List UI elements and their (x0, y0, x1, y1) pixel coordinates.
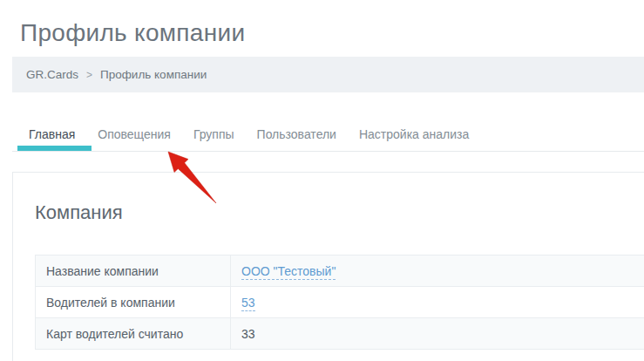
cards-read-value: 33 (241, 327, 255, 341)
table-row-drivers-count: Водителей в компании 53 (36, 287, 644, 318)
tab-notifications[interactable]: Оповещения (86, 123, 182, 146)
row-label-cards-read: Карт водителей считано (36, 318, 231, 350)
section-heading-company: Компания (35, 201, 123, 224)
breadcrumb-current-page: Профиль компании (100, 68, 207, 81)
tab-main[interactable]: Главная (17, 123, 86, 146)
company-panel: Компания Название компании ООО "Тестовый… (12, 172, 644, 361)
tab-groups[interactable]: Группы (182, 123, 246, 146)
row-value-cell: ООО "Тестовый" (231, 255, 644, 287)
page-title: Профиль компании (20, 19, 245, 47)
company-name-editable-link[interactable]: ООО "Тестовый" (241, 264, 336, 280)
drivers-count-editable-link[interactable]: 53 (241, 296, 255, 311)
tab-users[interactable]: Пользователи (246, 123, 348, 146)
row-label-drivers-count: Водителей в компании (36, 287, 231, 318)
breadcrumb: GR.Cards > Профиль компании (12, 57, 644, 92)
table-row-cards-read: Карт водителей считано 33 (36, 318, 644, 350)
tab-bar: Главная Оповещения Группы Пользователи Н… (17, 123, 480, 146)
row-label-company-name: Название компании (36, 255, 231, 287)
tab-analysis-settings[interactable]: Настройка анализа (348, 123, 480, 146)
table-row-company-name: Название компании ООО "Тестовый" (36, 255, 644, 287)
breadcrumb-link-grcards[interactable]: GR.Cards (26, 68, 78, 81)
row-value-cell: 33 (231, 318, 644, 350)
breadcrumb-separator: > (86, 69, 92, 81)
company-info-table: Название компании ООО "Тестовый" Водител… (35, 255, 644, 350)
page: Профиль компании GR.Cards > Профиль комп… (0, 0, 644, 361)
row-value-cell: 53 (231, 287, 644, 318)
tabs-divider-line (12, 151, 644, 152)
